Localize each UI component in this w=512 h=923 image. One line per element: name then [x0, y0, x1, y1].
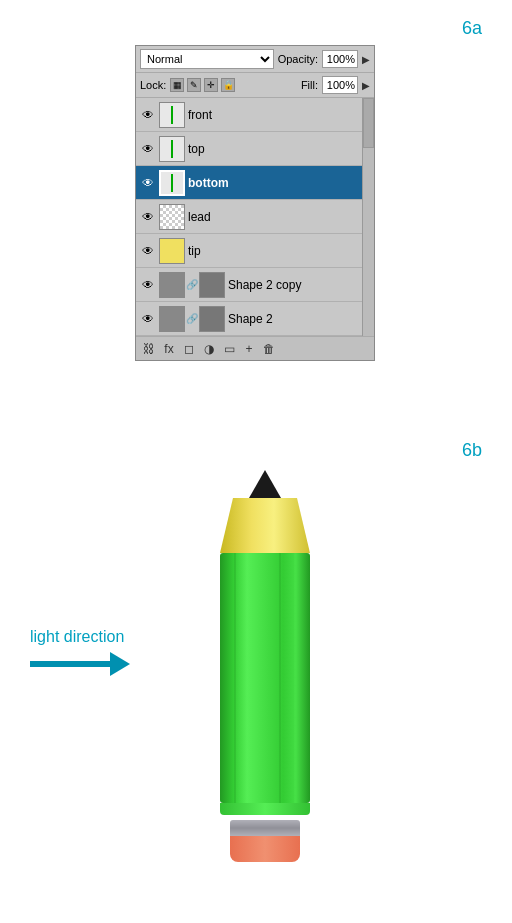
- thumb-shape2copy-1: [159, 272, 185, 298]
- blend-mode-select[interactable]: Normal: [140, 49, 274, 69]
- layer-front[interactable]: 👁 front: [136, 98, 374, 132]
- light-direction-container: light direction: [30, 628, 130, 676]
- eye-icon-tip[interactable]: 👁: [140, 243, 156, 259]
- panel-bottom-toolbar: ⛓ fx ◻ ◑ ▭ + 🗑: [136, 336, 374, 360]
- thumb-shape2-2: [199, 306, 225, 332]
- illustration-area: light direction: [0, 450, 512, 923]
- section-label-6a: 6a: [462, 18, 482, 39]
- opacity-arrow[interactable]: ▶: [362, 54, 370, 65]
- eye-icon-front[interactable]: 👁: [140, 107, 156, 123]
- shape2-thumbs: 🔗: [159, 306, 225, 332]
- thumb-bottom: [159, 170, 185, 196]
- layer-tip[interactable]: 👁 tip: [136, 234, 374, 268]
- opacity-label: Opacity:: [278, 53, 318, 65]
- layer-name-shape2: Shape 2: [228, 312, 370, 326]
- link-icon-shape2copy: 🔗: [186, 279, 198, 290]
- eye-icon-top[interactable]: 👁: [140, 141, 156, 157]
- lock-move-icon[interactable]: ✛: [204, 78, 218, 92]
- thumb-shape2-1: [159, 306, 185, 332]
- fill-label: Fill:: [301, 79, 318, 91]
- link-icon-shape2: 🔗: [186, 313, 198, 324]
- pencil-black-point: [249, 470, 281, 498]
- eraser-band: [230, 820, 300, 836]
- eye-icon-bottom[interactable]: 👁: [140, 175, 156, 191]
- shape2copy-thumbs: 🔗: [159, 272, 225, 298]
- lock-transparent-icon[interactable]: ▦: [170, 78, 184, 92]
- pencil: [220, 470, 310, 815]
- layer-name-bottom: bottom: [188, 176, 370, 190]
- lock-icons: ▦ ✎ ✛ 🔒: [170, 78, 297, 92]
- opacity-input[interactable]: [322, 50, 358, 68]
- fill-arrow[interactable]: ▶: [362, 80, 370, 91]
- layers-list: 👁 front 👁 top 👁 bottom 👁 lead: [136, 98, 374, 336]
- adjustment-icon[interactable]: ◑: [201, 341, 217, 357]
- delete-layer-icon[interactable]: 🗑: [261, 341, 277, 357]
- mask-icon[interactable]: ◻: [181, 341, 197, 357]
- light-direction-text: light direction: [30, 628, 130, 646]
- eye-icon-shape2[interactable]: 👁: [140, 311, 156, 327]
- lock-bar: Lock: ▦ ✎ ✛ 🔒 Fill: ▶: [136, 73, 374, 98]
- layer-bottom[interactable]: 👁 bottom: [136, 166, 374, 200]
- layer-name-front: front: [188, 108, 370, 122]
- fill-input[interactable]: [322, 76, 358, 94]
- lock-all-icon[interactable]: 🔒: [221, 78, 235, 92]
- layer-name-top: top: [188, 142, 370, 156]
- layer-name-tip: tip: [188, 244, 370, 258]
- arrow-head: [110, 652, 130, 676]
- thumb-shape2copy-2: [199, 272, 225, 298]
- eye-icon-shape2copy[interactable]: 👁: [140, 277, 156, 293]
- layer-lead[interactable]: 👁 lead: [136, 200, 374, 234]
- thumb-front: [159, 102, 185, 128]
- layer-name-lead: lead: [188, 210, 370, 224]
- layer-name-shape2copy: Shape 2 copy: [228, 278, 370, 292]
- group-icon[interactable]: ▭: [221, 341, 237, 357]
- eraser-pink: [230, 836, 300, 862]
- link-layers-icon[interactable]: ⛓: [141, 341, 157, 357]
- fx-icon[interactable]: fx: [161, 341, 177, 357]
- layer-shape2[interactable]: 👁 🔗 Shape 2: [136, 302, 374, 336]
- pencil-tip-wrapper: [220, 470, 310, 553]
- lock-paint-icon[interactable]: ✎: [187, 78, 201, 92]
- lock-label: Lock:: [140, 79, 166, 91]
- eraser-assembly: [225, 820, 305, 862]
- scroll-thumb[interactable]: [363, 98, 374, 148]
- layers-panel: Normal Opacity: ▶ Lock: ▦ ✎ ✛ 🔒 Fill: ▶ …: [135, 45, 375, 361]
- arrow-shaft: [30, 661, 110, 667]
- pencil-body-svg: [220, 553, 310, 803]
- layer-top[interactable]: 👁 top: [136, 132, 374, 166]
- svg-marker-0: [220, 498, 310, 553]
- thumb-top: [159, 136, 185, 162]
- thumb-tip: [159, 238, 185, 264]
- new-layer-icon[interactable]: +: [241, 341, 257, 357]
- svg-rect-1: [220, 553, 310, 803]
- panel-scrollbar[interactable]: [362, 98, 374, 336]
- eye-icon-lead[interactable]: 👁: [140, 209, 156, 225]
- layer-shape2copy[interactable]: 👁 🔗 Shape 2 copy: [136, 268, 374, 302]
- arrow-container: [30, 652, 130, 676]
- pencil-body: [220, 553, 310, 803]
- pencil-bottom: [220, 803, 310, 815]
- panel-topbar: Normal Opacity: ▶: [136, 46, 374, 73]
- pencil-yellow-cone: [220, 498, 310, 553]
- thumb-lead: [159, 204, 185, 230]
